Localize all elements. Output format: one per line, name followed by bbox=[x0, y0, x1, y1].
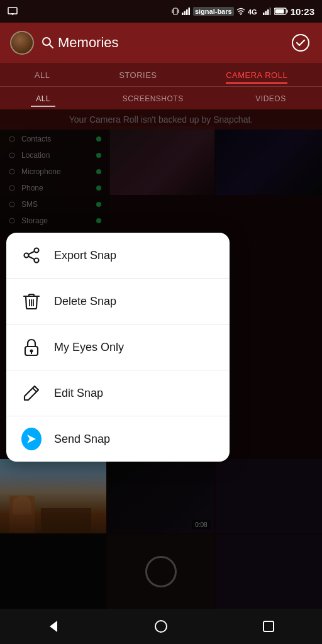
export-icon bbox=[21, 245, 42, 265]
svg-point-30 bbox=[35, 258, 39, 263]
signal-icon bbox=[263, 8, 272, 15]
pencil-icon bbox=[21, 383, 42, 403]
edit-label: Edit Snap bbox=[54, 387, 103, 400]
signal-bars-icon bbox=[182, 8, 191, 15]
svg-point-28 bbox=[25, 253, 29, 258]
back-button[interactable] bbox=[40, 613, 67, 640]
checkmark-circle-icon bbox=[291, 33, 310, 52]
wifi-icon bbox=[236, 8, 245, 15]
svg-rect-47 bbox=[264, 621, 274, 631]
header-title: Memories bbox=[58, 35, 119, 51]
svg-point-10 bbox=[240, 14, 242, 15]
nav-bar bbox=[0, 609, 322, 644]
svg-rect-7 bbox=[184, 11, 186, 16]
svg-line-32 bbox=[28, 257, 35, 260]
volte-label: signal-bars bbox=[193, 7, 234, 16]
menu-item-delete[interactable]: Delete Snap bbox=[6, 279, 230, 325]
trash-icon bbox=[21, 291, 42, 311]
recent-apps-button[interactable] bbox=[255, 613, 282, 640]
menu-item-export[interactable]: Export Snap bbox=[6, 233, 230, 279]
svg-rect-3 bbox=[174, 8, 177, 14]
svg-line-43 bbox=[33, 388, 36, 392]
menu-item-send[interactable]: Send Snap bbox=[6, 416, 230, 462]
search-wrap[interactable]: Memories bbox=[42, 35, 119, 51]
search-icon bbox=[42, 36, 54, 49]
check-button[interactable] bbox=[289, 31, 312, 54]
home-button[interactable] bbox=[147, 613, 175, 640]
screen-icon bbox=[8, 7, 18, 16]
svg-rect-15 bbox=[269, 8, 271, 15]
status-left-icons bbox=[8, 7, 18, 16]
status-right-icons: signal-bars 4G 10:23 bbox=[172, 6, 314, 17]
status-time: 10:23 bbox=[291, 6, 314, 17]
header-left: Memories bbox=[10, 31, 119, 55]
battery-icon bbox=[274, 8, 288, 15]
avatar[interactable] bbox=[10, 31, 34, 55]
menu-item-eyes-only[interactable]: My Eyes Only bbox=[6, 325, 230, 370]
sub-tab-all[interactable]: ALL bbox=[31, 92, 55, 107]
tab-camera-roll[interactable]: CAMERA ROLL bbox=[226, 68, 287, 84]
svg-rect-6 bbox=[182, 13, 184, 15]
vibrate-icon bbox=[172, 7, 179, 16]
tabs-container: ALL STORIES CAMERA ROLL ALL SCREENSHOTS … bbox=[0, 63, 322, 109]
svg-marker-44 bbox=[27, 435, 36, 443]
send-label: Send Snap bbox=[54, 433, 110, 446]
home-icon bbox=[154, 619, 168, 633]
status-bar: signal-bars 4G 10:23 bbox=[0, 0, 322, 23]
svg-rect-12 bbox=[263, 13, 265, 15]
eyes-only-label: My Eyes Only bbox=[54, 341, 124, 354]
svg-marker-45 bbox=[50, 621, 57, 632]
svg-rect-0 bbox=[8, 8, 17, 14]
send-snap-icon bbox=[21, 429, 42, 449]
tab-all[interactable]: ALL bbox=[35, 68, 50, 84]
back-icon bbox=[47, 619, 60, 633]
svg-line-20 bbox=[50, 45, 53, 48]
svg-rect-8 bbox=[186, 9, 188, 15]
tab-stories[interactable]: STORIES bbox=[119, 68, 157, 84]
export-label: Export Snap bbox=[54, 249, 116, 262]
main-tabs: ALL STORIES CAMERA ROLL bbox=[0, 63, 322, 87]
sub-tabs: ALL SCREENSHOTS VIDEOS bbox=[0, 87, 322, 109]
lock-icon bbox=[21, 337, 42, 357]
svg-point-41 bbox=[30, 350, 33, 353]
svg-rect-18 bbox=[275, 9, 284, 14]
recent-apps-icon bbox=[262, 620, 275, 633]
svg-line-31 bbox=[28, 252, 35, 255]
svg-rect-13 bbox=[265, 11, 267, 16]
svg-text:4G: 4G bbox=[248, 8, 257, 16]
svg-rect-17 bbox=[286, 10, 287, 13]
4g-icon: 4G bbox=[248, 8, 260, 16]
svg-point-29 bbox=[35, 248, 39, 253]
svg-rect-9 bbox=[188, 8, 190, 15]
sub-tab-screenshots[interactable]: SCREENSHOTS bbox=[118, 92, 189, 107]
context-menu: Export Snap Delete Snap bbox=[6, 233, 230, 462]
sub-tab-videos[interactable]: VIDEOS bbox=[250, 92, 291, 107]
delete-label: Delete Snap bbox=[54, 295, 116, 308]
svg-point-46 bbox=[155, 621, 167, 632]
menu-item-edit[interactable]: Edit Snap bbox=[6, 370, 230, 416]
app-header: Memories bbox=[0, 23, 322, 63]
svg-point-21 bbox=[292, 35, 309, 51]
svg-rect-14 bbox=[267, 9, 269, 15]
